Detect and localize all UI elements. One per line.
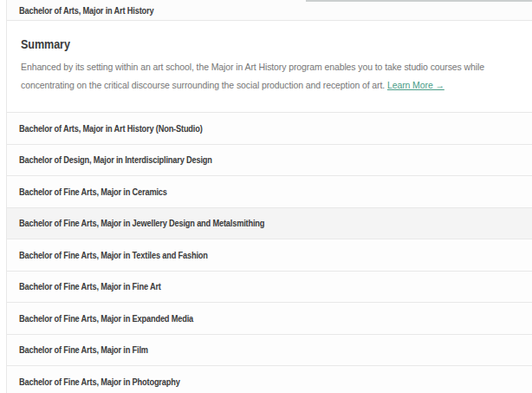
learn-more-link[interactable]: Learn More →	[387, 80, 444, 90]
accordion-item[interactable]: Bachelor of Fine Arts, Major in Fine Art…	[7, 272, 532, 304]
accordion-list: Bachelor of Arts, Major in Art History (…	[7, 113, 532, 393]
accordion-item[interactable]: Bachelor of Fine Arts, Major in Photogra…	[7, 366, 532, 393]
accordion-item-expanded-art-history[interactable]: Bachelor of Arts, Major in Art History ›	[7, 0, 532, 21]
accordion-item-label: Bachelor of Fine Arts, Major in Fine Art	[19, 281, 161, 291]
accordion-item[interactable]: Bachelor of Arts, Major in Art History (…	[7, 113, 532, 145]
accordion-item[interactable]: Bachelor of Fine Arts, Major in Ceramics…	[7, 176, 532, 208]
accordion-item-label: Bachelor of Fine Arts, Major in Textiles…	[19, 250, 208, 260]
accordion-item-label: Bachelor of Arts, Major in Art History (…	[19, 123, 203, 134]
accordion-item-label: Bachelor of Design, Major in Interdiscip…	[19, 154, 212, 165]
accordion-item-label: Bachelor of Fine Arts, Major in Film	[19, 344, 148, 355]
accordion-item-label: Bachelor of Fine Arts, Major in Photogra…	[19, 377, 180, 387]
accordion-item-label: Bachelor of Fine Arts, Major in Expanded…	[19, 313, 193, 324]
accordion-item[interactable]: Bachelor of Fine Arts, Major in Film ›	[7, 335, 532, 367]
accordion-item[interactable]: Bachelor of Design, Major in Interdiscip…	[7, 145, 532, 177]
program-accordion: Bachelor of Arts, Major in Art History ›…	[6, 0, 532, 393]
accordion-item[interactable]: Bachelor of Fine Arts, Major in Expanded…	[7, 303, 532, 335]
accordion-item-label: Bachelor of Fine Arts, Major in Jeweller…	[19, 218, 264, 228]
summary-panel: Summary Enhanced by its setting within a…	[7, 21, 532, 113]
accordion-item[interactable]: Bachelor of Fine Arts, Major in Jeweller…	[7, 208, 532, 240]
accordion-item[interactable]: Bachelor of Fine Arts, Major in Textiles…	[7, 239, 532, 272]
top-edge-divider	[306, 0, 532, 2]
summary-body: Enhanced by its setting within an art sc…	[21, 58, 518, 95]
accordion-item-label: Bachelor of Arts, Major in Art History	[19, 5, 153, 16]
summary-heading: Summary	[21, 37, 469, 51]
accordion-item-label: Bachelor of Fine Arts, Major in Ceramics	[19, 187, 167, 197]
